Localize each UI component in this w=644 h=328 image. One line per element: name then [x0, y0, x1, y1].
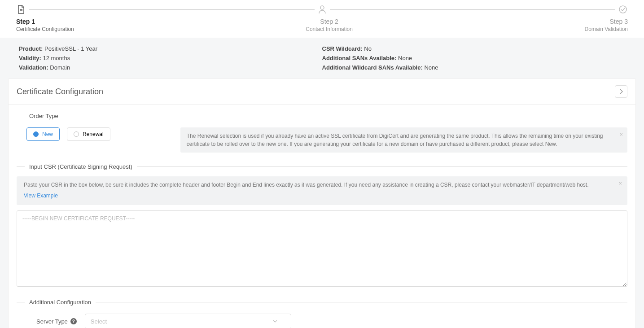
server-type-select[interactable]: Select [85, 314, 291, 328]
validation-label: Validation: [19, 64, 48, 71]
csr-wildcard-value: No [363, 45, 372, 52]
csr-wildcard-label: CSR Wildcard: [322, 45, 363, 52]
close-icon[interactable]: × [618, 180, 622, 187]
step-2-sub: Contact Information [306, 26, 353, 32]
step-1: Step 1 Certificate Configuration [16, 18, 74, 32]
view-example-link[interactable]: View Example [24, 192, 58, 199]
validation-value: Domain [48, 64, 70, 71]
sans-label: Additional SANs Available: [322, 55, 397, 61]
stepper-connector [330, 9, 616, 10]
section-title: Certificate Configuration [17, 87, 103, 96]
wild-sans-value: None [423, 64, 438, 71]
product-value: PositiveSSL - 1 Year [43, 45, 97, 52]
csr-fieldset: Input CSR (Certificate Signing Request) … [17, 163, 627, 288]
order-summary: Product: PositiveSSL - 1 Year Validity: … [0, 38, 644, 79]
stepper-connector [29, 9, 315, 10]
user-icon [317, 4, 327, 14]
sans-value: None [396, 55, 412, 61]
additional-fieldset: Additional Configuration Server Type ? S… [17, 299, 627, 328]
order-type-renewal-radio[interactable]: Renewal [67, 127, 110, 141]
server-type-placeholder: Select [91, 318, 107, 325]
csr-help-text: Paste your CSR in the box below, be sure… [24, 182, 589, 188]
step-3: Step 3 Domain Validation [584, 18, 628, 32]
radio-unselected-icon [74, 131, 79, 137]
next-button[interactable] [615, 85, 627, 98]
close-icon[interactable]: × [619, 130, 623, 139]
server-type-label: Server Type ? [36, 318, 77, 325]
step-2: Step 2 Contact Information [306, 18, 353, 32]
certificate-config-panel: Certificate Configuration Order Type New… [8, 79, 636, 328]
legend-dash [17, 116, 25, 116]
document-icon [16, 4, 26, 14]
wild-sans-label: Additional Wildcard SANs Available: [322, 64, 423, 71]
order-type-info-text: The Renewal selection is used if you alr… [187, 133, 603, 147]
legend-dash [17, 166, 25, 167]
order-type-renewal-label: Renewal [83, 131, 104, 137]
csr-help-box: Paste your CSR in the box below, be sure… [17, 176, 627, 205]
legend-dash [17, 302, 25, 302]
legend-dash [96, 302, 627, 302]
order-type-new-label: New [42, 131, 53, 137]
server-type-label-text: Server Type [36, 318, 68, 325]
csr-textarea[interactable] [17, 210, 627, 287]
chevron-down-icon [273, 319, 277, 323]
legend-dash [63, 116, 627, 116]
radio-selected-icon [33, 131, 39, 137]
order-summary-left: Product: PositiveSSL - 1 Year Validity: … [19, 44, 322, 72]
order-type-info: The Renewal selection is used if you alr… [180, 127, 627, 153]
additional-legend: Additional Configuration [29, 299, 91, 306]
step-3-title: Step 3 [584, 18, 628, 25]
check-circle-icon [618, 4, 628, 14]
legend-dash [137, 166, 627, 167]
step-3-sub: Domain Validation [584, 26, 628, 32]
help-icon[interactable]: ? [70, 318, 77, 324]
svg-point-0 [320, 6, 324, 9]
section-header: Certificate Configuration [9, 79, 635, 105]
order-summary-right: CSR Wildcard: No Additional SANs Availab… [322, 44, 626, 72]
step-2-title: Step 2 [306, 18, 353, 25]
csr-legend: Input CSR (Certificate Signing Request) [29, 163, 132, 170]
order-type-fieldset: Order Type New Renewal The Renewal selec… [17, 113, 627, 153]
order-type-legend: Order Type [29, 113, 58, 119]
step-1-title: Step 1 [16, 18, 74, 25]
stepper-bar: Step 1 Certificate Configuration Step 2 … [0, 0, 644, 38]
validity-value: 12 months [41, 55, 70, 61]
chevron-right-icon [619, 89, 623, 94]
validity-label: Validity: [19, 55, 41, 61]
svg-point-1 [619, 6, 626, 13]
product-label: Product: [19, 45, 43, 52]
order-type-new-radio[interactable]: New [26, 127, 60, 141]
step-1-sub: Certificate Configuration [16, 26, 74, 32]
